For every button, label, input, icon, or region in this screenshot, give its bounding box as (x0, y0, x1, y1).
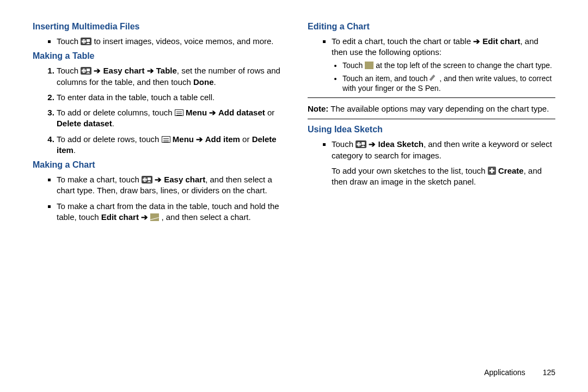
heading-editing-chart: Editing a Chart (308, 22, 555, 32)
menu-icon (175, 109, 183, 116)
page-footer: Applications 125 (484, 368, 555, 377)
create-plus-icon (488, 167, 496, 175)
menu-icon (162, 136, 170, 143)
chart-type-icon (150, 213, 159, 221)
divider (308, 97, 555, 98)
step-3: To add or delete columns, touch Menu ➔ A… (57, 107, 280, 130)
note-line: Note: The available options may vary dep… (308, 103, 555, 114)
heading-inserting-multimedia: Inserting Multimedia Files (33, 22, 280, 32)
pen-icon (430, 75, 437, 82)
bullet-insert-multimedia: Touch to insert images, videos, voice me… (57, 36, 280, 47)
divider (308, 119, 555, 119)
footer-page-number: 125 (543, 368, 555, 377)
add-media-icon (81, 38, 91, 45)
sub-change-chart-type: Touch at the top left of the screen to c… (342, 60, 555, 70)
footer-section: Applications (484, 368, 525, 377)
bullet-edit-chart: To edit a chart, touch the chart or tabl… (332, 36, 555, 93)
sub-write-values: Touch an item, and touch , and then writ… (342, 74, 555, 93)
add-media-icon (356, 140, 366, 148)
right-column: Editing a Chart To edit a chart, touch t… (294, 22, 561, 376)
chart-type-icon (365, 62, 373, 69)
heading-idea-sketch: Using Idea Sketch (308, 125, 555, 134)
bullet-make-chart-from-table: To make a chart from the data in the tab… (57, 201, 280, 223)
add-media-icon (81, 67, 91, 75)
bullet-idea-sketch: Touch ➔ Idea Sketch, and then write a ke… (332, 139, 555, 161)
bullet-make-chart: To make a chart, touch ➔ Easy chart, and… (57, 174, 280, 197)
heading-making-chart: Making a Chart (33, 160, 280, 170)
step-4: To add or delete rows, touch Menu ➔ Add … (57, 134, 280, 156)
left-column: Inserting Multimedia Files Touch to inse… (27, 22, 294, 376)
heading-making-table: Making a Table (33, 51, 280, 61)
step-1: Touch ➔ Easy chart ➔ Table, set the numb… (57, 65, 280, 88)
idea-sketch-create: To add your own sketches to the list, to… (308, 166, 555, 188)
add-media-icon (142, 176, 152, 183)
manual-page: Inserting Multimedia Files Touch to inse… (0, 0, 588, 392)
step-2: To enter data in the table, touch a tabl… (57, 92, 280, 103)
